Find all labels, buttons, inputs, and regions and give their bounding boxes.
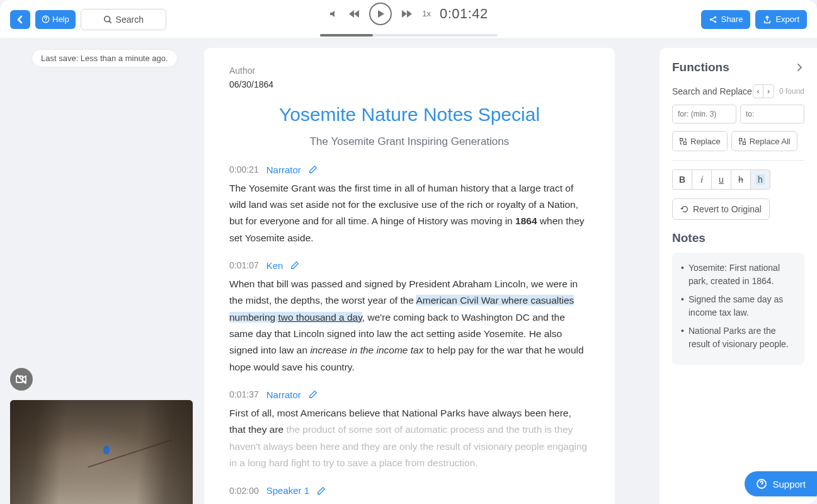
italic-button[interactable]: i [692,169,712,190]
video-off-icon [15,373,28,386]
help-button[interactable]: Help [35,10,76,29]
share-label: Share [721,14,743,24]
segment-text[interactable]: The Yosemite Grant was the first time in… [229,180,590,246]
export-label: Export [775,14,799,24]
transcript-segment: 0:02:00 Speaker 1 [229,485,590,496]
highlight-button[interactable]: h [750,169,770,190]
transcript-segment: 0:01:07 Ken When that bill was passed an… [229,260,590,375]
replace-to-input[interactable] [740,105,804,123]
strikethrough-button[interactable]: h [731,169,751,190]
support-icon [756,478,767,490]
segment-speaker[interactable]: Narrator [266,164,301,175]
player-controls: 1x 0:01:42 [329,3,488,25]
edit-speaker-button[interactable] [317,486,326,495]
replace-buttons: Replace Replace All [672,131,804,151]
search-replace-header: Search and Replace ‹ › 0 found [672,84,804,98]
document-subtitle[interactable]: The Yosemite Grant Inspiring Generations [229,135,590,148]
svg-point-4 [714,20,716,23]
topbar: Help Search 1x 0:01:42 [0,0,817,39]
pencil-icon [309,165,317,174]
volume-icon [329,9,339,19]
edit-speaker-button[interactable] [309,390,317,399]
rewind-button[interactable] [348,9,360,19]
search-nav-arrows: ‹ › [753,84,774,98]
search-button[interactable]: Search [81,9,166,30]
functions-title: Functions [672,60,729,74]
next-match-button[interactable]: › [763,85,774,98]
segment-speaker[interactable]: Ken [266,260,283,271]
underline-button[interactable]: u [711,169,731,190]
note-item: National Parks are the result of visiona… [682,324,794,351]
video-toggle-button[interactable] [10,368,33,391]
video-thumbnail [10,400,193,504]
collapse-button[interactable] [794,62,804,72]
help-label: Help [52,14,69,24]
replace-all-icon [738,137,746,146]
back-button[interactable] [10,10,30,29]
video-preview[interactable] [10,400,193,504]
svg-rect-6 [680,138,683,140]
export-button[interactable]: Export [755,10,807,29]
rewind-icon [348,9,360,19]
segment-header: 0:01:37 Narrator [229,389,590,400]
svg-rect-7 [683,142,686,144]
replace-all-button[interactable]: Replace All [731,131,797,151]
svg-rect-8 [739,138,741,140]
note-item: Signed the same day as income tax law. [682,293,794,319]
document-date: 06/30/1864 [229,79,590,89]
support-label: Support [772,479,806,490]
search-replace-inputs [672,105,804,123]
segment-time[interactable]: 0:00:21 [229,164,259,175]
edit-speaker-button[interactable] [290,261,299,270]
document-title[interactable]: Yosemite Nature Notes Special [229,102,590,128]
segment-time[interactable]: 0:01:37 [229,389,259,399]
notes-title: Notes [672,231,804,245]
functions-sidebar: Functions Search and Replace ‹ › 0 found… [660,48,817,504]
export-icon [763,15,772,24]
pencil-icon [309,390,317,399]
forward-icon [401,9,413,19]
play-button[interactable] [369,3,392,25]
volume-button[interactable] [329,9,339,19]
prev-match-button[interactable]: ‹ [753,85,763,98]
notes-box[interactable]: Yosemite: First national park, created i… [672,253,804,365]
segment-header: 0:02:00 Speaker 1 [229,485,590,496]
segment-time[interactable]: 0:02:00 [229,486,259,496]
segment-text[interactable]: When that bill was passed and signed by … [229,276,590,375]
support-button[interactable]: Support [745,471,817,496]
bold-button[interactable]: B [672,169,692,190]
segment-speaker[interactable]: Narrator [266,389,301,400]
share-button[interactable]: Share [701,10,751,29]
revert-icon [680,205,689,214]
search-for-input[interactable] [672,105,736,123]
segment-header: 0:00:21 Narrator [229,164,590,175]
arrow-left-icon [15,14,25,25]
main-area: Last save: Less than a minute ago. Autho… [0,39,817,504]
segment-text[interactable]: First of all, most Americans believe tha… [229,405,590,471]
pencil-icon [317,486,326,495]
topbar-right: Share Export [701,10,807,29]
question-icon [42,15,50,23]
svg-point-3 [714,16,716,18]
progress-bar[interactable] [320,34,498,37]
search-icon [103,15,112,24]
match-count: 0 found [779,87,804,96]
play-icon [376,9,385,18]
transcript-editor[interactable]: Author 06/30/1864 Yosemite Nature Notes … [204,48,615,504]
note-item: Yosemite: First national park, created i… [682,261,794,288]
edit-speaker-button[interactable] [309,165,317,174]
playback-speed[interactable]: 1x [422,9,431,18]
share-icon [709,15,717,24]
search-replace-label: Search and Replace [672,86,752,96]
notes-list: Yosemite: First national park, created i… [682,261,794,351]
segment-time[interactable]: 0:01:07 [229,260,259,270]
search-nav: ‹ › 0 found [753,84,804,98]
functions-header: Functions [672,60,804,74]
transcript-segment: 0:01:37 Narrator First of all, most Amer… [229,389,590,471]
revert-button[interactable]: Revert to Original [672,198,770,220]
forward-button[interactable] [401,9,413,19]
segment-speaker[interactable]: Speaker 1 [266,485,309,496]
replace-button[interactable]: Replace [672,131,728,151]
svg-point-2 [709,18,712,21]
svg-rect-9 [743,142,745,144]
